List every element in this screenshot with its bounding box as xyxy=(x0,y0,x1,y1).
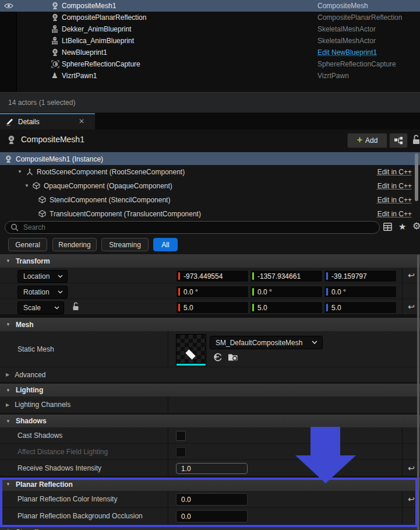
reset-icon[interactable]: ↩ xyxy=(408,302,415,311)
actor-name[interactable]: SphereReflectionCapture xyxy=(62,60,140,68)
section-shadows[interactable]: ▼ Shadows xyxy=(0,415,420,428)
static-mesh-asset-dropdown[interactable]: SM_DefaultCompositeMesh xyxy=(210,336,323,349)
rotation-dropdown[interactable]: Rotation xyxy=(17,286,68,299)
sphere-reflection-icon xyxy=(51,60,59,68)
component-label[interactable]: OpaqueComponent (OpaqueComponent) xyxy=(44,182,172,190)
reset-icon[interactable]: ↩ xyxy=(408,271,415,280)
filter-streaming[interactable]: Streaming xyxy=(101,238,149,251)
actor-name[interactable]: NewBlueprint1 xyxy=(62,48,107,57)
property-row-location: Location -973.449554 -1357.934661 -39.15… xyxy=(0,268,420,283)
location-x-field[interactable]: -973.449554 xyxy=(176,270,249,282)
section-transform[interactable]: ▼ Transform xyxy=(0,254,420,268)
cast-shadows-checkbox[interactable] xyxy=(176,431,186,441)
add-component-button[interactable]: + Add xyxy=(347,133,387,148)
actor-name[interactable]: VizrtPawn1 xyxy=(62,72,97,80)
components-scrollbar[interactable] xyxy=(415,153,418,201)
component-label[interactable]: CompositeMesh1 (Instance) xyxy=(16,155,103,163)
section-next-clipped[interactable]: ▼ Stencil xyxy=(0,527,420,530)
component-row-rootscene[interactable]: ▼ RootSceneComponent (RootSceneComponent… xyxy=(0,165,420,179)
mesh-cube-icon xyxy=(38,210,46,217)
outliner-row-compositeplanarreflection[interactable]: CompositePlanarReflection CompositePlana… xyxy=(0,12,420,23)
component-row-stencil[interactable]: StencilComponent (StencilComponent) Edit… xyxy=(0,193,420,207)
reset-icon[interactable]: ↩ xyxy=(408,464,415,473)
chip-label: Rendering xyxy=(58,241,90,249)
actor-camera-icon xyxy=(7,135,16,145)
edit-in-cpp-link[interactable]: Edit in C++ xyxy=(377,196,412,204)
details-tabstrip: Details ✕ xyxy=(0,113,420,129)
actor-name[interactable]: LtBelica_AnimBlueprint xyxy=(62,37,134,45)
rotation-x-field[interactable]: 0.0 ° xyxy=(176,286,249,298)
filter-general[interactable]: General xyxy=(8,238,47,251)
gear-icon[interactable]: ⚙ xyxy=(412,222,420,230)
close-icon[interactable]: ✕ xyxy=(79,117,84,125)
property-row-lighting-channels[interactable]: ▶ Lighting Channels xyxy=(0,396,420,413)
rotation-z-field[interactable]: 0.0 ° xyxy=(324,286,397,298)
component-row-instance[interactable]: CompositeMesh1 (Instance) xyxy=(0,152,420,165)
z-axis-stripe xyxy=(326,272,328,280)
display-grid-icon[interactable] xyxy=(383,223,392,231)
chevron-right-icon[interactable]: ▶ xyxy=(6,402,9,408)
filter-chips-row: General Rendering Streaming All xyxy=(0,235,420,255)
details-scrollbar[interactable] xyxy=(417,255,419,530)
planar-background-occlusion-field[interactable]: 0.0 xyxy=(176,510,248,522)
property-row-advanced[interactable]: ▶ Advanced xyxy=(0,367,420,382)
edit-in-cpp-link[interactable]: Edit in C++ xyxy=(377,182,412,190)
lock-icon[interactable] xyxy=(412,135,420,145)
outliner-row-dekker[interactable]: Dekker_AnimBlueprint SkeletalMeshActor xyxy=(0,23,420,35)
outliner-row-newblueprint1[interactable]: NewBlueprint1 Edit NewBlueprint1 xyxy=(0,47,420,58)
edit-in-cpp-link[interactable]: Edit in C++ xyxy=(377,168,412,176)
outliner-row-spherereflectioncapture[interactable]: SphereReflectionCapture SphereReflection… xyxy=(0,58,420,70)
favorites-star-icon[interactable]: ★ xyxy=(398,222,406,231)
plus-icon: + xyxy=(357,135,362,145)
scale-y-field[interactable]: 5.0 xyxy=(250,301,323,314)
property-row-cast-shadows: Cast Shadows xyxy=(0,427,420,444)
eye-icon[interactable] xyxy=(4,3,13,9)
outliner-row-ltbelica[interactable]: LtBelica_AnimBlueprint SkeletalMeshActor xyxy=(0,35,420,47)
location-dropdown[interactable]: Location xyxy=(17,270,68,283)
actor-name[interactable]: CompositeMesh1 xyxy=(62,2,116,10)
static-mesh-thumbnail[interactable] xyxy=(176,334,206,366)
details-header: CompositeMesh1 + Add xyxy=(0,129,420,152)
component-row-opaque[interactable]: ▼ OpaqueComponent (OpaqueComponent) Edit… xyxy=(0,179,420,193)
edit-in-cpp-link[interactable]: Edit in C++ xyxy=(377,210,412,218)
rotation-y-field[interactable]: 0.0 ° xyxy=(250,286,323,298)
section-mesh[interactable]: ▼ Mesh xyxy=(0,318,420,332)
scale-dropdown[interactable]: Scale xyxy=(17,301,64,314)
section-title: Mesh xyxy=(16,321,34,329)
outliner-row-compositemesh1[interactable]: CompositeMesh1 CompositeMesh xyxy=(0,0,420,12)
section-lighting[interactable]: ▼ Lighting xyxy=(0,384,420,397)
planar-color-intensity-field[interactable]: 0.0 xyxy=(176,493,248,506)
scale-lock-icon[interactable] xyxy=(72,302,79,311)
edit-blueprint-link[interactable]: Edit NewBlueprint1 xyxy=(317,48,377,57)
filter-all[interactable]: All xyxy=(153,238,178,251)
scale-x-field[interactable]: 5.0 xyxy=(176,301,249,314)
scale-z-field[interactable]: 5.0 xyxy=(324,301,397,314)
property-label: Receive Shadows Intensity xyxy=(17,464,101,472)
location-y-field[interactable]: -1357.934661 xyxy=(250,270,323,282)
blueprint-hierarchy-button[interactable] xyxy=(389,133,408,148)
chevron-down-icon[interactable]: ▼ xyxy=(17,169,22,174)
tab-details[interactable]: Details ✕ xyxy=(0,113,95,129)
actor-name[interactable]: CompositePlanarReflection xyxy=(62,13,146,22)
component-label[interactable]: TranslucentComponent (TranslucentCompone… xyxy=(50,210,201,218)
reset-icon[interactable]: ↩ xyxy=(408,494,415,504)
filter-rendering[interactable]: Rendering xyxy=(52,238,97,251)
search-input[interactable]: Search xyxy=(5,221,380,234)
chevron-down-icon[interactable]: ▼ xyxy=(24,183,29,188)
location-z-field[interactable]: -39.159797 xyxy=(324,270,397,282)
location-z-value: -39.159797 xyxy=(331,272,367,280)
browse-to-asset-icon[interactable] xyxy=(228,352,238,361)
actor-count-text: 14 actors (1 selected) xyxy=(8,99,75,107)
scale-x-value: 5.0 xyxy=(183,304,193,312)
unreal-editor-screen: CompositeMesh1 CompositeMesh CompositePl… xyxy=(0,0,420,530)
component-label[interactable]: RootSceneComponent (RootSceneComponent) xyxy=(37,168,185,176)
actor-name[interactable]: Dekker_AnimBlueprint xyxy=(62,25,131,33)
receive-shadows-intensity-field[interactable]: 1.0 xyxy=(176,463,248,474)
section-planar-reflection[interactable]: ▼ Planar Reflection xyxy=(0,478,420,492)
chevron-right-icon[interactable]: ▶ xyxy=(6,372,9,377)
component-row-translucent[interactable]: TranslucentComponent (TranslucentCompone… xyxy=(0,207,420,220)
components-tree: CompositeMesh1 (Instance) ▼ RootSceneCom… xyxy=(0,151,420,220)
use-selected-asset-icon[interactable] xyxy=(213,352,223,361)
outliner-row-vizrtpawn1[interactable]: ♟ VizrtPawn1 VizrtPawn xyxy=(0,70,420,82)
component-label[interactable]: StencilComponent (StencilComponent) xyxy=(50,196,170,204)
